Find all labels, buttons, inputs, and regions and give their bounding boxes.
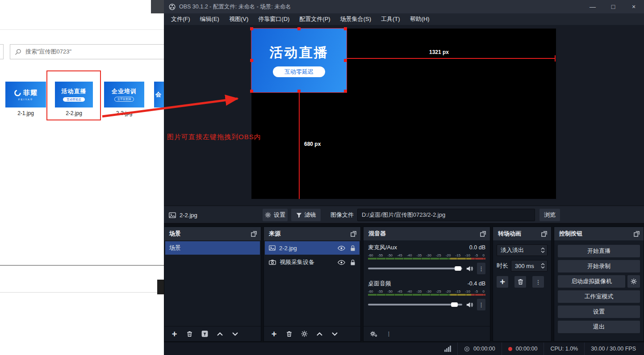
popout-icon[interactable] bbox=[351, 231, 356, 237]
sources-dock: 来源 bbox=[263, 227, 361, 342]
speaker-icon[interactable] bbox=[466, 301, 473, 308]
browse-button[interactable]: 浏览 bbox=[539, 209, 560, 221]
menu-edit[interactable]: 编辑(E) bbox=[195, 13, 224, 25]
mixer-menu-button[interactable]: ⋮ bbox=[383, 328, 395, 340]
scene-filters-icon[interactable] bbox=[199, 328, 211, 340]
chevron-down-icon[interactable] bbox=[229, 328, 241, 340]
volume-slider[interactable] bbox=[368, 268, 462, 269]
lock-icon[interactable] bbox=[350, 259, 355, 266]
source-row[interactable]: 视频采集设备 bbox=[265, 256, 360, 269]
controls-dock: 控制按钮 开始直播 开始录制 启动虚拟摄像机 bbox=[554, 227, 644, 342]
eye-icon[interactable] bbox=[338, 260, 345, 265]
search-box[interactable] bbox=[10, 44, 188, 59]
transition-select-value: 淡入淡出 bbox=[501, 246, 524, 254]
thumbnail-2-3[interactable]: 企业培训 全平台支持 bbox=[104, 82, 144, 107]
thumbnail-partial[interactable]: 会 bbox=[154, 82, 164, 107]
start-virtual-camera-button[interactable]: 启动虚拟摄像机 bbox=[558, 275, 625, 288]
menu-profile[interactable]: 配置文件(P) bbox=[294, 13, 335, 25]
menu-scene-collection[interactable]: 场景集合(S) bbox=[335, 13, 376, 25]
close-button[interactable]: × bbox=[623, 0, 644, 13]
remove-transition-button[interactable] bbox=[514, 276, 526, 288]
selection-handle[interactable] bbox=[250, 90, 253, 93]
popout-icon[interactable] bbox=[251, 231, 257, 237]
eye-icon[interactable] bbox=[338, 246, 345, 251]
mixer-body: 麦克风/Aux 0.0 dB -60-55-50-45-40-35-30-25-… bbox=[364, 240, 490, 326]
source-row[interactable]: 2-2.jpg bbox=[265, 241, 360, 255]
popout-icon[interactable] bbox=[541, 231, 547, 237]
program-canvas[interactable]: 活动直播 互动零延迟 1321 px 680 px bbox=[251, 29, 556, 199]
selection-handle[interactable] bbox=[344, 59, 347, 62]
maximize-button[interactable]: □ bbox=[603, 0, 623, 13]
source-properties-button[interactable] bbox=[298, 328, 310, 340]
popout-icon[interactable] bbox=[634, 231, 640, 237]
scale-tick: -5 bbox=[475, 253, 478, 257]
studio-mode-button[interactable]: 工作室模式 bbox=[558, 290, 640, 303]
add-transition-button[interactable]: + bbox=[497, 276, 508, 288]
obs-window: OBS 30.1.2 - 配置文件: 未命名 - 场景: 未命名 — □ × 文… bbox=[164, 0, 644, 355]
speaker-icon[interactable] bbox=[466, 265, 473, 272]
menu-view[interactable]: 视图(V) bbox=[224, 13, 253, 25]
add-scene-button[interactable]: + bbox=[168, 328, 180, 340]
rec-time: 00:00:00 bbox=[516, 346, 538, 352]
source-filters-button[interactable]: 滤镜 bbox=[291, 209, 321, 221]
settings-button[interactable]: 设置 bbox=[558, 305, 640, 318]
exit-button[interactable]: 退出 bbox=[558, 321, 640, 333]
start-recording-button[interactable]: 开始录制 bbox=[558, 260, 640, 272]
channel-menu-button[interactable]: ⋮ bbox=[477, 263, 485, 274]
selection-handle[interactable] bbox=[344, 90, 347, 93]
add-source-button[interactable]: + bbox=[268, 328, 280, 340]
filter-icon bbox=[296, 212, 302, 218]
brand-logo-icon bbox=[14, 89, 21, 97]
lock-icon[interactable] bbox=[350, 245, 355, 252]
menu-docks[interactable]: 停靠窗口(D) bbox=[253, 13, 294, 25]
search-input[interactable] bbox=[25, 49, 184, 55]
transition-select[interactable]: 淡入淡出 bbox=[497, 244, 548, 256]
virtual-camera-settings-button[interactable] bbox=[627, 275, 640, 288]
image-icon bbox=[269, 245, 276, 251]
advanced-audio-button[interactable] bbox=[368, 328, 380, 340]
remove-scene-button[interactable] bbox=[184, 328, 196, 340]
volume-meter bbox=[368, 294, 485, 296]
cpu-usage: CPU: 1.0% bbox=[544, 343, 584, 355]
scene-item[interactable]: 场景 bbox=[165, 241, 260, 255]
scale-tick: -25 bbox=[436, 253, 441, 257]
controls-dock-title: 控制按钮 bbox=[559, 230, 582, 238]
canvas-source-image[interactable]: 活动直播 互动零延迟 bbox=[251, 29, 347, 92]
scale-tick: -45 bbox=[397, 253, 402, 257]
mixer-toolbar: ⋮ bbox=[364, 326, 490, 341]
chevron-down-icon[interactable] bbox=[329, 328, 341, 340]
remove-source-button[interactable] bbox=[283, 328, 295, 340]
window-title: OBS 30.1.2 - 配置文件: 未命名 - 场景: 未命名 bbox=[179, 3, 291, 11]
duration-spinner[interactable]: 300 ms bbox=[511, 260, 548, 272]
menu-file[interactable]: 文件(F) bbox=[166, 13, 195, 25]
channel-menu-button[interactable]: ⋮ bbox=[477, 299, 485, 310]
menu-tools[interactable]: 工具(T) bbox=[376, 13, 405, 25]
selection-handle[interactable] bbox=[297, 27, 301, 30]
file-label: 2-3.jpg bbox=[104, 110, 144, 116]
stream-status: 00:00:00 bbox=[457, 343, 502, 355]
slider-handle[interactable] bbox=[451, 302, 458, 307]
source-name: 视频采集设备 bbox=[280, 258, 314, 266]
start-streaming-button[interactable]: 开始直播 bbox=[558, 245, 640, 257]
source-settings-button[interactable]: 设置 bbox=[263, 209, 288, 221]
volume-slider[interactable] bbox=[368, 304, 462, 305]
selection-handle[interactable] bbox=[344, 27, 347, 30]
slider-handle[interactable] bbox=[455, 266, 461, 271]
menu-help[interactable]: 帮助(H) bbox=[405, 13, 435, 25]
scenes-dock: 场景 场景 + bbox=[164, 227, 261, 342]
spinner-arrows[interactable] bbox=[541, 263, 545, 268]
fps-counter: 30.00 / 30.00 FPS bbox=[584, 343, 644, 355]
scale-tick: -55 bbox=[378, 289, 383, 293]
chevron-up-icon[interactable] bbox=[314, 328, 326, 340]
scenes-dock-title: 场景 bbox=[169, 230, 181, 238]
selection-handle[interactable] bbox=[250, 59, 253, 62]
minimize-button[interactable]: — bbox=[582, 0, 603, 13]
image-path-field[interactable]: D:/桌面/图片/宣传图0723/2-2.jpg bbox=[357, 209, 535, 221]
transition-menu-button[interactable]: ⋮ bbox=[532, 276, 544, 288]
thumbnail-2-1[interactable]: 菲耀 FEIYA® bbox=[5, 82, 46, 107]
selection-handle[interactable] bbox=[250, 27, 253, 30]
preview-area: 活动直播 互动零延迟 1321 px 680 px bbox=[164, 25, 644, 206]
combo-spinner[interactable] bbox=[541, 248, 545, 253]
chevron-up-icon[interactable] bbox=[214, 328, 226, 340]
popout-icon[interactable] bbox=[480, 231, 486, 237]
